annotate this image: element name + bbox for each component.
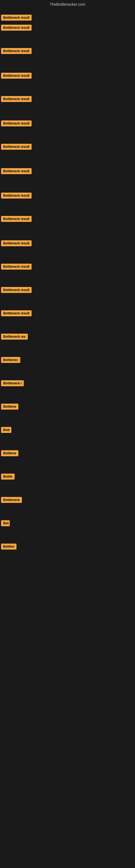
bottleneck-item[interactable]: Bottleneck	[1, 495, 22, 506]
bottleneck-item[interactable]: Bottleneck result	[1, 119, 32, 129]
bottleneck-badge[interactable]: Bottleneck	[1, 497, 22, 503]
bottleneck-badge[interactable]: Bottleneck result	[1, 25, 32, 31]
bottleneck-badge[interactable]: Bottleneck r	[1, 380, 24, 386]
bottleneck-item[interactable]: Bottleneck r	[1, 379, 24, 389]
bottleneck-badge[interactable]: Bottleneck result	[1, 216, 32, 222]
bottleneck-item[interactable]: Bottleneck result	[1, 71, 32, 82]
bottleneck-badge[interactable]: Bottleneck result	[1, 264, 32, 270]
bottleneck-item[interactable]: Bottleneck result	[1, 309, 32, 319]
bottleneck-badge[interactable]: Bottleneck result	[1, 14, 32, 21]
bottleneck-item[interactable]: Bottleneck result	[1, 46, 32, 57]
bottleneck-item[interactable]: Bott	[1, 425, 11, 436]
bottleneck-item[interactable]: Bottleneck result	[1, 191, 32, 201]
bottleneck-badge[interactable]: Bottleneck result	[1, 144, 32, 150]
bottleneck-item[interactable]: Bottleneck result	[1, 262, 32, 272]
bottleneck-item[interactable]: Bottleneck result	[1, 94, 32, 105]
bottleneck-item[interactable]: Bottleneck result	[1, 142, 32, 152]
bottleneck-item[interactable]: Bottlenec	[1, 355, 20, 366]
bottleneck-item[interactable]: Bottleneck result	[1, 214, 32, 225]
bottleneck-badge[interactable]: Bottleneck result	[1, 240, 32, 246]
bottleneck-item[interactable]: Bottlen	[1, 542, 16, 552]
bottleneck-badge[interactable]: Bottle	[1, 474, 14, 479]
bottleneck-badge[interactable]: Bottleneck result	[1, 96, 32, 102]
bottleneck-badge[interactable]: Bot	[1, 520, 10, 526]
bottleneck-item[interactable]: Bottleneck res	[1, 332, 28, 342]
bottleneck-badge[interactable]: Bottleneck res	[1, 334, 28, 340]
bottleneck-item[interactable]: Bottleneck result	[1, 285, 32, 296]
bottleneck-item[interactable]: Bottleneck result	[1, 13, 32, 23]
bottleneck-badge[interactable]: Bottleneck result	[1, 287, 32, 293]
bottleneck-badge[interactable]: Bottlene	[1, 404, 18, 410]
bottleneck-badge[interactable]: Bottleneck result	[1, 168, 32, 174]
items-wrapper: Bottleneck resultBottleneck resultBottle…	[0, 8, 135, 577]
bottleneck-badge[interactable]: Bottleneck result	[1, 193, 32, 198]
bottleneck-item[interactable]: Bottlene	[1, 448, 18, 459]
bottleneck-badge[interactable]: Bott	[1, 427, 11, 433]
bottleneck-badge[interactable]: Bottlenec	[1, 357, 20, 363]
bottleneck-badge[interactable]: Bottleneck result	[1, 73, 32, 79]
bottleneck-item[interactable]: Bottle	[1, 472, 14, 482]
bottleneck-badge[interactable]: Bottlene	[1, 450, 18, 456]
bottleneck-item[interactable]: Bot	[1, 519, 10, 529]
bottleneck-item[interactable]: Bottleneck result	[1, 166, 32, 177]
bottleneck-item[interactable]: Bottleneck result	[1, 239, 32, 249]
bottleneck-item[interactable]: Bottleneck result	[1, 23, 32, 33]
bottleneck-badge[interactable]: Bottleneck result	[1, 310, 32, 316]
bottleneck-badge[interactable]: Bottleneck result	[1, 120, 32, 126]
bottleneck-badge[interactable]: Bottleneck result	[1, 48, 32, 54]
bottleneck-badge[interactable]: Bottlen	[1, 544, 16, 550]
bottleneck-item[interactable]: Bottlene	[1, 402, 18, 412]
site-title: TheBottlenecker.com	[0, 0, 135, 8]
